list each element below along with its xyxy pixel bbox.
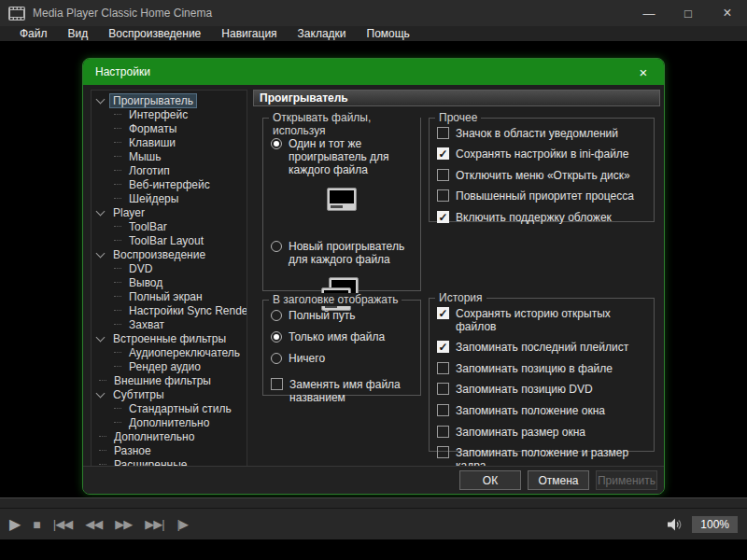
ok-button[interactable]: ОК	[459, 470, 521, 490]
tree-connector	[114, 198, 121, 199]
checkbox-option-4[interactable]: Запоминать положение окна	[430, 404, 654, 417]
checkbox-option[interactable]: Заменять имя файла названием	[263, 378, 420, 404]
checkbox-unchecked[interactable]	[437, 189, 449, 202]
tree-item-11[interactable]: Воспроизведение	[92, 247, 247, 261]
tree-item-label: Рендер аудио	[125, 359, 204, 374]
chevron-down-icon	[96, 388, 106, 398]
close-icon: ×	[723, 5, 731, 21]
checkbox-option-2[interactable]: Запоминать позицию в файле	[430, 362, 654, 375]
radio-selected[interactable]	[271, 331, 282, 343]
frame-step-button[interactable]: |▶	[177, 517, 188, 531]
tree-item-6[interactable]: Веб-интерфейс	[92, 177, 247, 191]
history-group: История ✓Сохранять историю открытых файл…	[429, 298, 655, 452]
radio-option-0[interactable]: Полный путь	[263, 309, 420, 322]
tree-item-14[interactable]: Полный экран	[92, 289, 247, 303]
volume-icon[interactable]	[667, 517, 684, 532]
tree-item-22[interactable]: Стандартный стиль	[92, 401, 247, 415]
checkbox-unchecked[interactable]	[437, 426, 449, 438]
checkbox-option-0[interactable]: Значок в области уведомлений	[430, 127, 654, 140]
tree-item-10[interactable]: ToolBar Layout	[92, 233, 247, 247]
radio-option-2[interactable]: Ничего	[263, 352, 420, 365]
menu-item-4[interactable]: Закладки	[288, 26, 357, 41]
tree-item-12[interactable]: DVD	[92, 261, 247, 275]
tree-item-1[interactable]: Интерфейс	[92, 107, 247, 121]
checkbox-option-2[interactable]: Отключить меню «Открыть диск»	[430, 169, 654, 182]
checkbox-checked[interactable]: ✓	[437, 341, 449, 353]
tree-item-18[interactable]: Аудиопереключатель	[92, 345, 247, 359]
radio-label: Полный путь	[289, 309, 356, 322]
tree-connector	[99, 436, 106, 437]
tree-item-24[interactable]: Дополнительно	[92, 429, 247, 443]
radio-unselected[interactable]	[271, 353, 282, 364]
checkbox-unchecked[interactable]	[437, 127, 449, 139]
maximize-button[interactable]: □	[669, 0, 708, 26]
tree-item-17[interactable]: Встроенные фильтры	[92, 331, 247, 345]
tree-item-label: ToolBar Layout	[125, 233, 207, 248]
checkbox-checked[interactable]: ✓	[437, 307, 449, 319]
radio-selected[interactable]	[271, 138, 282, 149]
maximize-icon: □	[684, 7, 692, 21]
tree-item-19[interactable]: Рендер аудио	[92, 359, 247, 373]
settings-tree: ПроигрывательИнтерфейсФорматыКлавишиМышь…	[91, 90, 247, 469]
chevron-down-icon	[96, 332, 106, 342]
checkbox-option-1[interactable]: ✓Запоминать последний плейлист	[430, 341, 654, 354]
menu-item-0[interactable]: Файл	[9, 26, 58, 41]
menu-item-1[interactable]: Вид	[58, 26, 99, 41]
cancel-button[interactable]: Отмена	[528, 470, 589, 490]
checkbox-option-0[interactable]: ✓Сохранять историю открытых файлов	[430, 307, 654, 333]
tree-item-3[interactable]: Клавиши	[92, 135, 247, 149]
tree-item-20[interactable]: Внешние фильтры	[92, 373, 247, 387]
checkbox-unchecked[interactable]	[437, 169, 449, 181]
checkbox-unchecked[interactable]	[437, 404, 449, 416]
rewind-button[interactable]: ◀◀	[85, 517, 102, 531]
tree-item-8[interactable]: Player	[92, 205, 247, 219]
close-button[interactable]: ×	[708, 0, 747, 26]
radio-label: Ничего	[289, 352, 325, 365]
seek-bar[interactable]	[0, 497, 747, 509]
radio-option-1[interactable]: Только имя файла	[263, 330, 420, 343]
radio-option-0[interactable]: Один и тот же проигрыватель для каждого …	[263, 137, 420, 176]
checkbox-checked[interactable]: ✓	[437, 211, 449, 223]
stop-button[interactable]: ■	[33, 517, 39, 532]
checkbox-unchecked[interactable]	[271, 378, 283, 390]
checkbox-option-5[interactable]: Запоминать размер окна	[430, 426, 654, 439]
fast-forward-button[interactable]: ▶▶	[115, 517, 132, 531]
checkbox-checked[interactable]: ✓	[437, 147, 449, 160]
checkbox-option-4[interactable]: ✓Включить поддержку обложек	[430, 211, 654, 224]
menu-item-3[interactable]: Навигация	[211, 26, 287, 41]
volume-percent[interactable]: 100%	[692, 516, 738, 533]
tree-item-25[interactable]: Разное	[92, 443, 247, 457]
radio-option-1[interactable]: Новый проигрыватель для каждого файла	[263, 240, 420, 266]
checkbox-unchecked[interactable]	[437, 383, 449, 395]
skip-forward-button[interactable]: ▶▶|	[145, 517, 163, 531]
tree-item-9[interactable]: ToolBar	[92, 219, 247, 233]
dialog-close-button[interactable]: ×	[623, 59, 664, 85]
tree-item-0[interactable]: Проигрыватель	[92, 93, 247, 107]
tree-item-5[interactable]: Логотип	[92, 163, 247, 177]
tree-item-23[interactable]: Дополнительно	[92, 415, 247, 429]
checkbox-unchecked[interactable]	[437, 446, 449, 458]
tree-connector	[114, 352, 121, 353]
skip-back-button[interactable]: |◀◀	[53, 517, 72, 531]
checkbox-option-3[interactable]: Запоминать позицию DVD	[430, 383, 654, 396]
radio-unselected[interactable]	[271, 241, 282, 252]
tree-item-21[interactable]: Субтитры	[92, 387, 247, 401]
checkbox-option-3[interactable]: Повышенный приоритет процесса	[430, 189, 654, 203]
tree-item-2[interactable]: Форматы	[92, 121, 247, 135]
tree-connector	[114, 282, 121, 283]
tree-item-7[interactable]: Шейдеры	[92, 191, 247, 205]
play-button[interactable]: ▶	[9, 515, 20, 533]
minimize-button[interactable]: —	[629, 0, 669, 26]
menu-item-2[interactable]: Воспроизведение	[98, 26, 211, 41]
checkbox-unchecked[interactable]	[437, 362, 449, 374]
tree-connector	[114, 170, 121, 171]
tree-item-13[interactable]: Вывод	[92, 275, 247, 289]
tree-item-16[interactable]: Захват	[92, 317, 247, 331]
tree-item-4[interactable]: Мышь	[92, 149, 247, 163]
checkbox-label: Включить поддержку обложек	[456, 211, 612, 224]
tree-item-15[interactable]: Настройки Sync Renderer	[92, 303, 247, 317]
checkbox-option-1[interactable]: ✓Сохранять настройки в ini-файле	[430, 147, 654, 161]
radio-unselected[interactable]	[271, 310, 282, 321]
menu-item-5[interactable]: Помощь	[357, 26, 420, 41]
tree-item-label: Стандартный стиль	[125, 401, 235, 416]
